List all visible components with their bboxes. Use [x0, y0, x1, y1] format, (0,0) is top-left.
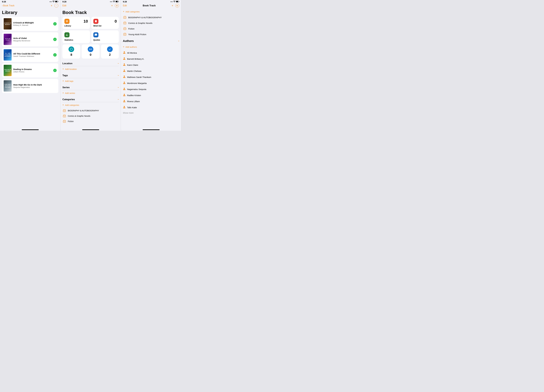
back-button[interactable]: ‹ Book Track [2, 4, 14, 7]
stat-card-reading[interactable]: 8 [62, 45, 80, 58]
book-info-5: How High We Go in the Dark Sequoia Nagam… [13, 84, 57, 88]
book-cover-4: DEALING IN DREAMS [4, 65, 12, 76]
add-button-2[interactable]: + [111, 4, 113, 7]
gear-button-2[interactable]: ⚙ [115, 4, 119, 8]
book-title-3: All This Could Be Different [13, 52, 52, 55]
library-card[interactable]: 10 Library [62, 17, 90, 29]
wifi-icon-1 [52, 1, 55, 3]
add-location-label: Add location [65, 68, 77, 70]
top-grid-row: 10 Library 0 Wish list [62, 17, 119, 29]
stat-card-done[interactable]: 2 [101, 45, 119, 58]
edit-button-3[interactable]: Edit [123, 4, 127, 7]
booktrack-title: Book Track [60, 9, 121, 17]
series-chevron[interactable]: › [117, 87, 120, 88]
home-indicator-3 [143, 129, 160, 130]
battery-icon-1 [55, 1, 58, 3]
book-cover-text-4: DEALING IN DREAMS [4, 69, 12, 72]
category-label-biog: BIOGRAPHY & AUTOBIOGRAPHY [68, 110, 99, 112]
stat-card-middle[interactable]: 0 [82, 45, 100, 58]
add-series-button[interactable]: + Add series [62, 90, 119, 96]
inbox-icon-r-comics [123, 22, 127, 24]
category-item-biog[interactable]: BIOGRAPHY & AUTOBIOGRAPHY [62, 108, 119, 113]
author-item-7[interactable]: Radtke Kristen [123, 92, 179, 98]
categories-title: Categories [62, 98, 75, 101]
booktrack-main-panel: 9:28 ▪▪▪▪ Edit + ⚙ Book Track [60, 0, 121, 131]
book-cover-text-1: A KNOCK AT MIDNIGHT [4, 22, 12, 26]
add-button-3[interactable]: + [171, 4, 173, 7]
wishlist-card-header: 0 [93, 19, 117, 24]
inbox-icon-fiction [62, 120, 66, 123]
author-item-5[interactable]: Montimore Margarita [123, 80, 179, 86]
location-chevron[interactable]: › [117, 63, 120, 64]
authors-title: Authors [123, 39, 134, 43]
add-authors-button[interactable]: + Add authors [123, 44, 179, 50]
add-categories-button-2[interactable]: + Add categories [62, 102, 119, 108]
author-name-9: Tallo Katie [127, 106, 137, 109]
author-item-3[interactable]: Martin Chelsea [123, 68, 179, 74]
category-item-fiction[interactable]: Fiction [62, 119, 119, 124]
back-label: Book Track [3, 4, 14, 7]
battery-icon-3 [176, 1, 179, 3]
book-check-1: ✓ [53, 22, 57, 26]
book-cover-1: A KNOCK AT MIDNIGHT [4, 18, 12, 29]
author-name-5: Montimore Margarita [127, 82, 147, 84]
battery-icon-2 [116, 1, 119, 3]
authors-chevron[interactable]: › [177, 41, 180, 41]
right-category-fiction[interactable]: Fiction [123, 26, 179, 31]
booktrack-right-panel: 9:28 ▪▪▪▪ Edit Book Track + ⚙ + Add cate… [121, 0, 181, 131]
book-author-5: Sequoia Nagamatsu [13, 86, 57, 88]
more-button-1[interactable]: ··· [54, 4, 58, 8]
right-category-biog[interactable]: BIOGRAPHY & AUTOBIOGRAPHY [123, 15, 179, 20]
book-list: A KNOCK AT MIDNIGHT A Knock at Midnight … [0, 17, 60, 128]
author-item-0[interactable]: Ali Monica [123, 50, 179, 56]
author-item-9[interactable]: Tallo Katie [123, 104, 179, 110]
add-categories-button-3[interactable]: + Add categories [123, 9, 179, 15]
add-location-button[interactable]: + Add location [62, 66, 119, 72]
category-item-comics[interactable]: Comics & Graphic Novels [62, 113, 119, 119]
author-item-4[interactable]: Mathews Sarah Thankam [123, 74, 179, 80]
quotes-card[interactable]: Quotes [91, 30, 119, 43]
book-author-4: Lilliam Rivera [13, 71, 52, 73]
tags-chevron[interactable]: › [117, 75, 120, 76]
book-info-1: A Knock at Midnight Brittany K. Barnett [13, 22, 52, 26]
book-item-2[interactable]: ACTS OF VIOLET Acts of Violet Margarita … [2, 32, 58, 46]
right-category-ya[interactable]: Young Adult Fiction [123, 31, 179, 37]
categories-chevron[interactable]: › [117, 99, 120, 100]
add-button-1[interactable]: + [51, 4, 52, 7]
svg-rect-9 [176, 1, 178, 2]
book-item-3[interactable]: ALL THIS COULD BE DIFFERENT All This Cou… [2, 48, 58, 62]
person-icon-1 [123, 57, 126, 61]
status-bar-2: 9:28 ▪▪▪▪ [60, 0, 121, 3]
right-category-comics[interactable]: Comics & Graphic Novels [123, 20, 179, 26]
wishlist-card[interactable]: 0 Wish list [91, 17, 119, 29]
edit-button-2[interactable]: Edit [62, 4, 66, 7]
gear-button-3[interactable]: ⚙ [175, 4, 179, 8]
book-item-4[interactable]: DEALING IN DREAMS Dealing in Dreams Lill… [2, 63, 58, 77]
author-item-8[interactable]: Rivera Lilliam [123, 98, 179, 104]
book-info-4: Dealing in Dreams Lilliam Rivera [13, 68, 52, 73]
author-name-7: Radtke Kristen [127, 94, 141, 97]
person-icon-7 [123, 93, 126, 97]
nav-actions-2: + ⚙ [111, 4, 119, 8]
add-tags-button[interactable]: + Add tags [62, 78, 119, 84]
author-item-1[interactable]: Barnett Brittany K. [123, 56, 179, 62]
add-tags-plus-icon: + [62, 80, 64, 83]
author-item-6[interactable]: Nagamatsu Sequoia [123, 86, 179, 92]
home-indicator-2 [82, 129, 99, 130]
show-more-button[interactable]: Show more [123, 110, 179, 115]
statistics-card[interactable]: Statistics [62, 30, 90, 43]
person-icon-5 [123, 81, 126, 85]
series-title: Series [62, 86, 70, 89]
person-icon-3 [123, 69, 126, 73]
book-item-5[interactable]: HOW HIGH WE GO IN THE DARK How High We G… [2, 79, 58, 93]
inbox-icon-comics [62, 115, 66, 118]
inbox-icon-r-fiction [123, 27, 127, 30]
svg-rect-3 [116, 1, 118, 2]
author-item-2[interactable]: Kann Claire [123, 62, 179, 68]
book-item-1[interactable]: A KNOCK AT MIDNIGHT A Knock at Midnight … [2, 17, 58, 31]
library-card-icon [64, 19, 70, 24]
authors-section-header: Authors › [123, 37, 179, 44]
right-category-label-fiction: Fiction [128, 28, 135, 30]
book-check-2: ✓ [53, 38, 57, 41]
stat-row: 8 0 2 [62, 45, 119, 58]
